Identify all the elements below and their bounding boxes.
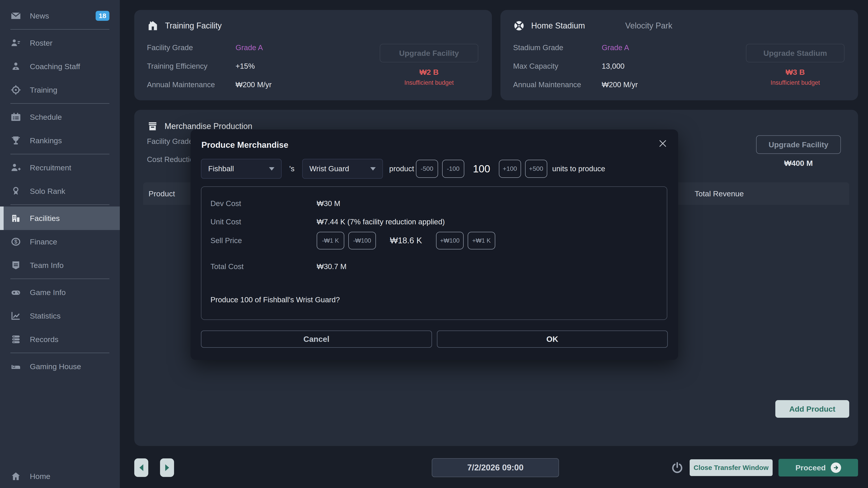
home-icon [10, 471, 21, 482]
upgrade-cost: ₩2 B [380, 68, 478, 76]
right-arrow-icon [165, 464, 169, 471]
product-word: product [389, 164, 414, 173]
target-icon [10, 85, 21, 95]
bed-icon [10, 361, 21, 372]
modal-title: Produce Merchandise [202, 140, 288, 150]
stadium-icon [513, 20, 525, 32]
sidebar-item-home[interactable]: Home [0, 464, 120, 488]
sell-plus-100-button[interactable]: +₩100 [436, 232, 464, 250]
item-select-value: Wrist Guard [309, 164, 349, 173]
sidebar-divider [10, 29, 110, 30]
sell-plus-1k-button[interactable]: +₩1 K [468, 232, 495, 250]
card-title: Home Stadium [531, 21, 585, 31]
sidebar-item-solo-rank[interactable]: Solo Rank [0, 180, 120, 203]
merchandise-box-icon [147, 121, 158, 132]
merch-upgrade-cost: ₩400 M [756, 159, 841, 168]
sidebar-item-label: Rankings [30, 136, 62, 145]
chevron-down-icon [370, 167, 376, 170]
cancel-button[interactable]: Cancel [201, 330, 432, 348]
insufficient-budget-note: Insufficient budget [380, 79, 478, 86]
sidebar-item-gaming-house[interactable]: Gaming House [0, 355, 120, 378]
column-product: Product [149, 189, 175, 198]
produce-merchandise-modal: Produce Merchandise Fishball 's Wrist Gu… [191, 129, 678, 360]
proceed-arrow-icon [831, 462, 841, 473]
proceed-label: Proceed [796, 463, 826, 472]
upgrade-cost: ₩3 B [746, 68, 844, 76]
roster-icon [10, 37, 21, 48]
unit-cost-label: Unit Cost [211, 218, 317, 226]
dev-cost-value: ₩30 M [317, 199, 340, 208]
chart-icon [10, 311, 21, 321]
sidebar: News 18 Roster Coaching Staff Training S… [0, 0, 120, 488]
sidebar-item-game-info[interactable]: Game Info [0, 281, 120, 304]
sidebar-item-news[interactable]: News 18 [0, 4, 120, 28]
next-arrow-button[interactable] [160, 458, 174, 477]
sidebar-divider [10, 154, 110, 154]
cost-summary-panel: Dev Cost ₩30 M Unit Cost ₩7.44 K (7% fac… [201, 186, 667, 320]
coach-icon [10, 61, 21, 72]
trophy-icon [10, 135, 21, 146]
merch-upgrade-facility-button[interactable]: Upgrade Facility [756, 135, 841, 154]
coin-icon: $ [10, 236, 21, 247]
power-icon[interactable] [671, 461, 684, 474]
qty-plus-500-button[interactable]: +500 [525, 160, 547, 178]
sidebar-item-facilities[interactable]: Facilities [0, 206, 120, 230]
qty-minus-500-button[interactable]: -500 [416, 160, 438, 178]
total-cost-label: Total Cost [211, 262, 317, 271]
sidebar-item-statistics[interactable]: Statistics [0, 304, 120, 328]
sidebar-item-rankings[interactable]: Rankings [0, 129, 120, 152]
sidebar-divider [10, 279, 110, 279]
sell-price-label: Sell Price [211, 236, 317, 245]
sidebar-item-records[interactable]: Records [0, 328, 120, 351]
close-transfer-window-button[interactable]: Close Transfer Window [690, 459, 773, 476]
sidebar-item-recruitment[interactable]: Recruitment [0, 156, 120, 180]
chevron-down-icon [269, 167, 274, 170]
add-product-button[interactable]: Add Product [775, 400, 849, 418]
sidebar-spacer [0, 378, 120, 464]
team-select[interactable]: Fishball [201, 159, 282, 179]
units-to-produce-text: units to produce [552, 164, 605, 173]
sidebar-item-training[interactable]: Training [0, 78, 120, 102]
quantity-value: 100 [473, 163, 490, 175]
records-icon [10, 334, 21, 345]
sidebar-item-label: Solo Rank [30, 187, 65, 196]
item-select[interactable]: Wrist Guard [302, 159, 383, 179]
sidebar-item-label: Roster [30, 39, 53, 47]
prev-arrow-button[interactable] [134, 458, 148, 477]
building-icon [10, 213, 21, 224]
sidebar-item-label: Gaming House [30, 362, 81, 371]
sidebar-item-label: Coaching Staff [30, 62, 80, 71]
sidebar-item-coaching-staff[interactable]: Coaching Staff [0, 55, 120, 78]
sidebar-item-team-info[interactable]: Team Info [0, 254, 120, 277]
confirm-question: Produce 100 of Fishball's Wrist Guard? [211, 295, 340, 304]
sidebar-item-label: News [30, 11, 49, 20]
sidebar-item-label: Team Info [30, 261, 64, 270]
sidebar-item-schedule[interactable]: Schedule [0, 105, 120, 129]
home-stadium-card: Home Stadium Velocity Park Stadium Grade… [500, 10, 858, 100]
dev-cost-label: Dev Cost [211, 199, 317, 208]
sidebar-item-finance[interactable]: $ Finance [0, 230, 120, 254]
training-facility-card: Training Facility Facility Grade Grade A… [134, 10, 492, 100]
upgrade-facility-button[interactable]: Upgrade Facility [380, 44, 478, 62]
upgrade-stadium-button[interactable]: Upgrade Stadium [746, 44, 844, 62]
news-badge: 18 [96, 11, 110, 21]
qty-minus-100-button[interactable]: -100 [442, 160, 464, 178]
sidebar-item-label: Home [30, 472, 51, 481]
sell-minus-1k-button[interactable]: -₩1 K [317, 232, 344, 250]
sell-minus-100-button[interactable]: -₩100 [348, 232, 376, 250]
max-capacity-label: Max Capacity [513, 62, 602, 70]
sidebar-divider [10, 204, 110, 205]
qty-plus-100-button[interactable]: +100 [499, 160, 521, 178]
sidebar-item-roster[interactable]: Roster [0, 31, 120, 55]
close-icon[interactable] [658, 138, 668, 149]
stadium-grade-label: Stadium Grade [513, 43, 602, 52]
insufficient-budget-note: Insufficient budget [746, 79, 844, 86]
svg-text:$: $ [14, 238, 18, 245]
ok-button[interactable]: OK [437, 330, 668, 348]
annual-maintenance-label: Annual Maintenance [147, 80, 236, 89]
merch-facility-grade-label: Facility Grade [147, 137, 193, 146]
team-select-value: Fishball [208, 164, 234, 173]
proceed-button[interactable]: Proceed [778, 459, 858, 477]
game-datetime: 7/2/2026 09:00 [432, 458, 559, 477]
facility-grade-label: Facility Grade [147, 43, 236, 52]
